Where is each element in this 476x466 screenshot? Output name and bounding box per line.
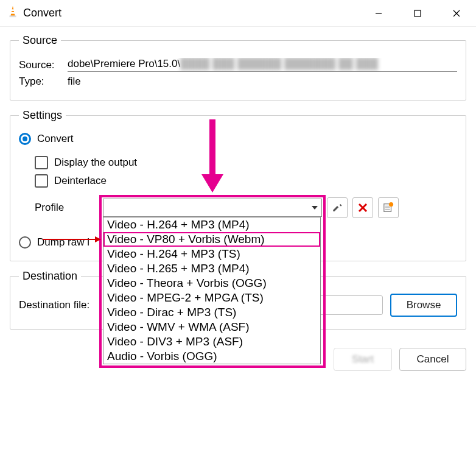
new-profile-button[interactable] (378, 197, 399, 218)
maximize-button[interactable] (398, 0, 437, 26)
vlc-icon (6, 5, 19, 21)
svg-rect-2 (11, 12, 15, 14)
svg-rect-1 (12, 9, 15, 11)
deinterlace-label: Deinterlace (54, 175, 107, 187)
profile-dropdown-list[interactable]: Video - H.264 + MP3 (MP4)Video - VP80 + … (103, 217, 321, 364)
dump-raw-label: Dump raw i (37, 236, 89, 249)
source-path: dobe\Premiere Pro\15.0\████ ███ ██████ █… (68, 58, 457, 72)
profile-label: Profile (19, 202, 98, 214)
start-button[interactable]: Start (334, 348, 392, 371)
settings-legend: Settings (19, 109, 66, 122)
profile-option[interactable]: Video - DIV3 + MP3 (ASF) (103, 334, 320, 349)
edit-profile-button[interactable] (327, 197, 348, 218)
dump-raw-radio[interactable] (19, 236, 31, 249)
destination-file-label: Destination file: (19, 299, 104, 311)
type-label: Type: (19, 76, 68, 88)
profile-option[interactable]: Video - Dirac + MP3 (TS) (103, 305, 320, 320)
source-group: Source Source: dobe\Premiere Pro\15.0\██… (10, 34, 466, 101)
profile-option[interactable]: Audio - Vorbis (OGG) (103, 349, 320, 364)
title-bar: Convert (0, 0, 476, 27)
cancel-button[interactable]: Cancel (399, 348, 466, 371)
display-output-label: Display the output (54, 157, 137, 169)
svg-rect-0 (10, 15, 16, 17)
profile-option[interactable]: Video - H.264 + MP3 (TS) (103, 247, 320, 261)
profile-option[interactable]: Video - H.265 + MP3 (MP4) (103, 261, 320, 276)
destination-legend: Destination (19, 270, 81, 283)
browse-button[interactable]: Browse (390, 294, 457, 317)
chevron-down-icon (312, 206, 318, 210)
minimize-button[interactable] (359, 0, 398, 26)
source-legend: Source (19, 34, 61, 47)
profile-option[interactable]: Video - MPEG-2 + MPGA (TS) (103, 291, 320, 305)
window-title: Convert (19, 7, 359, 19)
profile-select[interactable] (103, 199, 322, 217)
close-button[interactable] (437, 0, 476, 26)
convert-label: Convert (37, 133, 74, 145)
svg-rect-4 (415, 10, 421, 16)
profile-option[interactable]: Video - H.264 + MP3 (MP4) (103, 217, 320, 232)
profile-option[interactable]: Video - Theora + Vorbis (OGG) (103, 276, 320, 291)
deinterlace-checkbox[interactable] (35, 174, 48, 188)
delete-profile-button[interactable] (352, 197, 373, 218)
profile-option[interactable]: Video - VP80 + Vorbis (Webm) (103, 232, 320, 247)
source-label: Source: (19, 59, 68, 71)
profile-option[interactable]: Video - WMV + WMA (ASF) (103, 320, 320, 334)
convert-radio[interactable] (19, 133, 31, 145)
display-output-checkbox[interactable] (35, 156, 48, 169)
svg-point-13 (389, 202, 393, 207)
type-value: file (68, 76, 81, 88)
